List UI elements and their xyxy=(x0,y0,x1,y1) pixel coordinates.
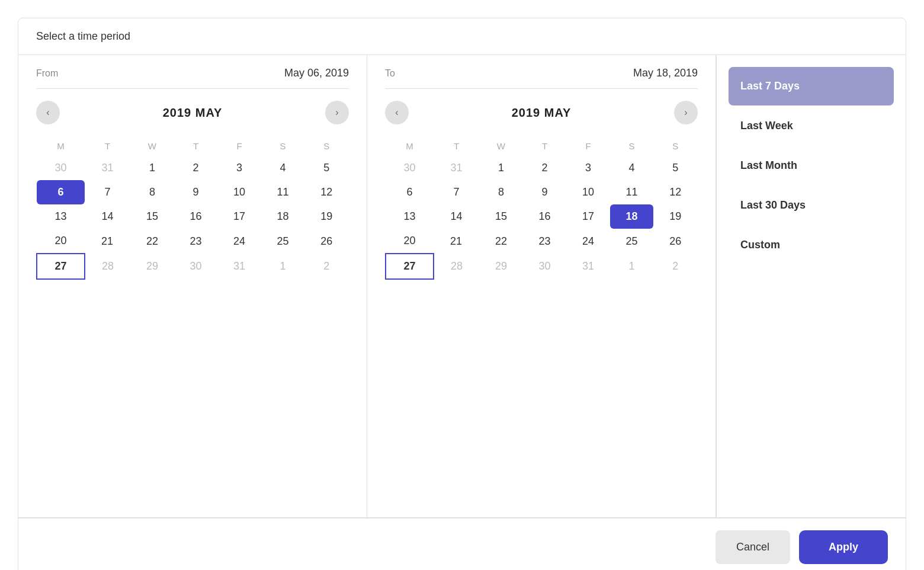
list-item[interactable]: 28 xyxy=(85,254,130,279)
list-item[interactable]: 25 xyxy=(610,229,654,254)
to-header-F: F xyxy=(566,136,610,156)
list-item[interactable]: 24 xyxy=(217,229,261,254)
list-item[interactable]: 23 xyxy=(523,229,567,254)
from-calendar-header: From May 06, 2019 xyxy=(36,67,349,89)
list-item[interactable]: 15 xyxy=(130,204,174,229)
to-header-T1: T xyxy=(434,136,479,156)
list-item[interactable]: 4 xyxy=(610,156,654,180)
list-item[interactable]: 28 xyxy=(434,254,479,279)
table-row: 303112345 xyxy=(386,156,697,180)
list-item[interactable]: 1 xyxy=(130,156,174,180)
to-next-btn[interactable]: › xyxy=(674,101,698,124)
from-header-W: W xyxy=(130,136,174,156)
list-item[interactable]: 20 xyxy=(386,229,434,254)
list-item[interactable]: 20 xyxy=(37,229,85,254)
from-prev-btn[interactable]: ‹ xyxy=(36,101,60,124)
list-item[interactable]: 16 xyxy=(523,204,567,229)
apply-button[interactable]: Apply xyxy=(799,530,888,564)
list-item[interactable]: 12 xyxy=(653,180,697,204)
list-item[interactable]: 30 xyxy=(37,156,85,180)
list-item[interactable]: 11 xyxy=(261,180,305,204)
list-item[interactable]: 10 xyxy=(217,180,261,204)
main-content-area: From May 06, 2019 ‹ 2019 MAY › M T W T xyxy=(18,55,906,517)
sidebar-item-last-month[interactable]: Last Month xyxy=(729,146,894,185)
list-item[interactable]: 8 xyxy=(479,180,523,204)
to-prev-btn[interactable]: ‹ xyxy=(385,101,409,124)
list-item[interactable]: 14 xyxy=(434,204,479,229)
table-row: 6789101112 xyxy=(386,180,697,204)
sidebar-item-custom[interactable]: Custom xyxy=(729,226,894,264)
list-item[interactable]: 31 xyxy=(434,156,479,180)
list-item[interactable]: 13 xyxy=(386,204,434,229)
list-item[interactable]: 19 xyxy=(653,204,697,229)
sidebar-item-last-week[interactable]: Last Week xyxy=(729,107,894,145)
to-days-header-row: M T W T F S S xyxy=(386,136,697,156)
list-item[interactable]: 27 xyxy=(37,254,85,279)
list-item[interactable]: 13 xyxy=(37,204,85,229)
cancel-button[interactable]: Cancel xyxy=(716,530,790,564)
list-item[interactable]: 15 xyxy=(479,204,523,229)
list-item[interactable]: 31 xyxy=(566,254,610,279)
list-item[interactable]: 16 xyxy=(174,204,218,229)
list-item[interactable]: 9 xyxy=(174,180,218,204)
list-item[interactable]: 31 xyxy=(85,156,130,180)
list-item[interactable]: 2 xyxy=(174,156,218,180)
list-item[interactable]: 11 xyxy=(610,180,654,204)
list-item[interactable]: 1 xyxy=(610,254,654,279)
list-item[interactable]: 30 xyxy=(386,156,434,180)
table-row: 272829303112 xyxy=(37,254,348,279)
to-cal-nav: ‹ 2019 MAY › xyxy=(385,101,698,124)
list-item[interactable]: 17 xyxy=(566,204,610,229)
to-date-value: May 18, 2019 xyxy=(633,67,698,79)
list-item[interactable]: 23 xyxy=(174,229,218,254)
list-item[interactable]: 22 xyxy=(479,229,523,254)
list-item[interactable]: 17 xyxy=(217,204,261,229)
list-item[interactable]: 7 xyxy=(434,180,479,204)
to-cal-grid: M T W T F S S 30311234567891011121314151… xyxy=(385,136,698,280)
from-next-btn[interactable]: › xyxy=(325,101,349,124)
list-item[interactable]: 22 xyxy=(130,229,174,254)
list-item[interactable]: 12 xyxy=(304,180,348,204)
list-item[interactable]: 26 xyxy=(653,229,697,254)
list-item[interactable]: 27 xyxy=(386,254,434,279)
table-row: 303112345 xyxy=(37,156,348,180)
list-item[interactable]: 3 xyxy=(566,156,610,180)
list-item[interactable]: 5 xyxy=(653,156,697,180)
table-row: 13141516171819 xyxy=(386,204,697,229)
table-row: 13141516171819 xyxy=(37,204,348,229)
list-item[interactable]: 8 xyxy=(130,180,174,204)
list-item[interactable]: 10 xyxy=(566,180,610,204)
list-item[interactable]: 18 xyxy=(610,204,654,229)
list-item[interactable]: 21 xyxy=(85,229,130,254)
list-item[interactable]: 19 xyxy=(304,204,348,229)
list-item[interactable]: 30 xyxy=(174,254,218,279)
list-item[interactable]: 1 xyxy=(261,254,305,279)
list-item[interactable]: 5 xyxy=(304,156,348,180)
list-item[interactable]: 6 xyxy=(37,180,85,204)
list-item[interactable]: 2 xyxy=(523,156,567,180)
to-header-M: M xyxy=(386,136,434,156)
sidebar-item-last-7-days[interactable]: Last 7 Days xyxy=(729,67,894,105)
list-item[interactable]: 6 xyxy=(386,180,434,204)
list-item[interactable]: 14 xyxy=(85,204,130,229)
list-item[interactable]: 2 xyxy=(304,254,348,279)
list-item[interactable]: 29 xyxy=(479,254,523,279)
from-header-M: M xyxy=(37,136,85,156)
sidebar-item-last-30-days[interactable]: Last 30 Days xyxy=(729,186,894,225)
list-item[interactable]: 4 xyxy=(261,156,305,180)
list-item[interactable]: 2 xyxy=(653,254,697,279)
list-item[interactable]: 7 xyxy=(85,180,130,204)
list-item[interactable]: 1 xyxy=(479,156,523,180)
list-item[interactable]: 3 xyxy=(217,156,261,180)
list-item[interactable]: 29 xyxy=(130,254,174,279)
list-item[interactable]: 25 xyxy=(261,229,305,254)
list-item[interactable]: 24 xyxy=(566,229,610,254)
list-item[interactable]: 18 xyxy=(261,204,305,229)
from-cal-nav: ‹ 2019 MAY › xyxy=(36,101,349,124)
list-item[interactable]: 9 xyxy=(523,180,567,204)
list-item[interactable]: 21 xyxy=(434,229,479,254)
from-calendar: From May 06, 2019 ‹ 2019 MAY › M T W T xyxy=(18,55,367,517)
list-item[interactable]: 26 xyxy=(304,229,348,254)
list-item[interactable]: 30 xyxy=(523,254,567,279)
list-item[interactable]: 31 xyxy=(217,254,261,279)
